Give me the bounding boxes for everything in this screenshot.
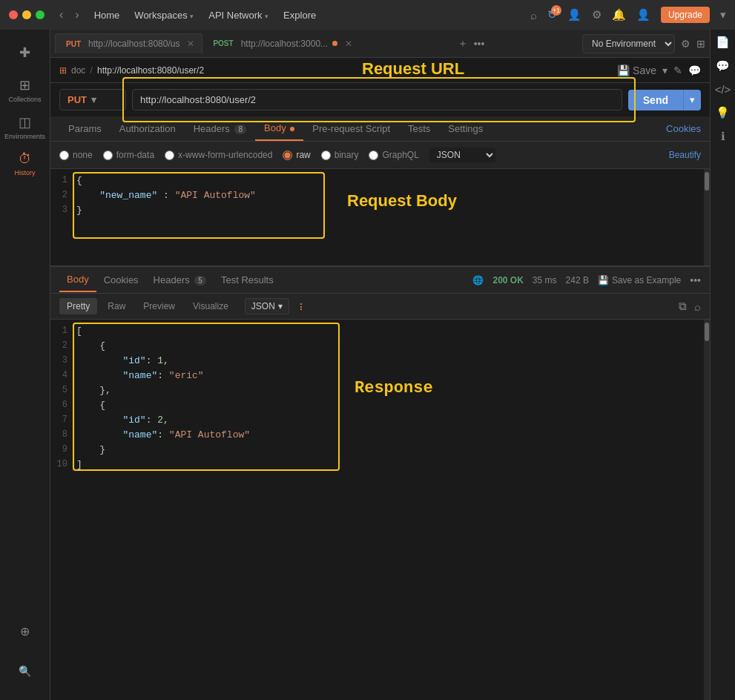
resp-line-9: 9 } xyxy=(50,444,710,459)
save-button[interactable]: 💾 Save xyxy=(617,65,656,76)
sidebar-item-history[interactable]: ⏱ History xyxy=(7,147,44,181)
right-panel-icon-5[interactable]: ℹ xyxy=(721,130,725,143)
response-tabs-bar: Body Cookies Headers 5 Test Results 🌐 20… xyxy=(50,265,710,294)
raw-tab[interactable]: Raw xyxy=(100,298,133,314)
close-button[interactable] xyxy=(9,10,18,19)
upgrade-button[interactable]: Upgrade xyxy=(661,7,710,23)
history-label: History xyxy=(14,169,35,176)
environment-select[interactable]: No Environment xyxy=(582,34,675,53)
body-option-urlencoded[interactable]: x-www-form-urlencoded xyxy=(165,150,272,160)
account-icon[interactable]: 👤 xyxy=(636,8,650,22)
request-tabs: Params Authorization Headers 8 Body Pre-… xyxy=(50,116,710,142)
send-dropdown-button[interactable]: ▾ xyxy=(683,90,701,110)
response-more-button[interactable]: ••• xyxy=(690,274,701,286)
edit-button[interactable]: ✎ xyxy=(673,65,682,76)
body-option-form-data[interactable]: form-data xyxy=(103,150,154,160)
body-option-none[interactable]: none xyxy=(59,150,93,160)
api-network-link[interactable]: API Network ▾ xyxy=(208,10,268,21)
save-dropdown-button[interactable]: ▾ xyxy=(662,65,668,76)
response-code-area[interactable]: Response 1 [ 2 { 3 "id": 1, 4 "name": xyxy=(50,320,710,700)
right-panel-icon-1[interactable]: 📄 xyxy=(716,36,730,49)
body-format-select[interactable]: JSON Text JavaScript HTML XML xyxy=(429,148,495,162)
breadcrumb-actions: 💾 Save ▾ ✎ 💬 xyxy=(617,65,701,76)
search-icon[interactable]: ⌕ xyxy=(530,9,537,22)
tab-method-put: PUT xyxy=(63,39,84,49)
tests-tab[interactable]: Tests xyxy=(399,117,439,140)
forward-button[interactable]: › xyxy=(72,7,82,23)
resp-line-4: 4 "name": "eric" xyxy=(50,370,710,385)
visualize-tab[interactable]: Visualize xyxy=(185,298,236,314)
minimize-button[interactable] xyxy=(22,10,31,19)
settings-tab[interactable]: Settings xyxy=(439,117,492,140)
search-response-button[interactable]: ⌕ xyxy=(694,300,701,313)
expand-icon[interactable]: ▾ xyxy=(720,8,726,22)
workspaces-link[interactable]: Workspaces ▾ xyxy=(134,10,194,21)
tab-url-post: http://localhost:3000... xyxy=(241,39,328,49)
add-user-icon[interactable]: 👤 xyxy=(567,8,581,22)
response-cookies-tab[interactable]: Cookies xyxy=(96,268,146,291)
more-tabs-button[interactable]: ••• xyxy=(474,37,485,50)
bell-icon[interactable]: 🔔 xyxy=(612,8,626,22)
tab-actions: ＋ ••• xyxy=(458,37,485,50)
params-tab[interactable]: Params xyxy=(59,117,111,140)
sidebar-item-collections[interactable]: ⊞ Collections xyxy=(7,73,44,107)
request-layout-button[interactable]: ⊞ xyxy=(696,38,705,50)
settings-icon[interactable]: ⚙ xyxy=(592,8,601,22)
response-headers-tab[interactable]: Headers 5 xyxy=(146,268,214,291)
beautify-button[interactable]: Beautify xyxy=(669,150,701,160)
authorization-tab[interactable]: Authorization xyxy=(111,117,185,140)
tab-bar: PUT http://localhost:8080/us ✕ POST http… xyxy=(50,30,710,58)
code-line-2: 2 "new_name" : "API Autoflow" xyxy=(50,190,710,205)
breadcrumb-doc: doc xyxy=(71,65,85,76)
tab-put-request[interactable]: PUT http://localhost:8080/us ✕ xyxy=(55,33,202,53)
response-scrollbar[interactable] xyxy=(704,320,710,700)
tab-close-post[interactable]: ✕ xyxy=(345,39,352,49)
prerequest-tab[interactable]: Pre-request Script xyxy=(303,117,399,140)
maximize-button[interactable] xyxy=(36,10,45,19)
right-panel-icon-3[interactable]: </> xyxy=(715,83,731,96)
environments-label: Environments xyxy=(4,133,45,140)
body-tab[interactable]: Body xyxy=(255,116,303,141)
response-test-results-tab[interactable]: Test Results xyxy=(214,268,281,291)
tab-close-put[interactable]: ✕ xyxy=(187,39,194,49)
response-size: 242 B xyxy=(566,275,589,285)
editor-scrollbar[interactable] xyxy=(704,169,710,265)
right-panel-icon-4[interactable]: 💡 xyxy=(716,106,730,119)
add-tab-button[interactable]: ＋ xyxy=(458,37,468,50)
preview-tab[interactable]: Preview xyxy=(136,298,182,314)
response-body-options: Pretty Raw Preview Visualize JSON ▾ ⫶ ⧉ … xyxy=(50,294,710,320)
sidebar-item-explorer[interactable]: ⊕ xyxy=(7,614,44,648)
right-panel-icon-2[interactable]: 💬 xyxy=(716,59,730,73)
resp-line-3: 3 "id": 1, xyxy=(50,355,710,370)
sync-icon[interactable]: ↻+1 xyxy=(547,8,557,22)
pretty-tab[interactable]: Pretty xyxy=(59,298,97,314)
back-button[interactable]: ‹ xyxy=(56,7,66,23)
save-example-label: Save as Example xyxy=(612,275,681,285)
sidebar-item-environments[interactable]: ◫ Environments xyxy=(7,110,44,144)
send-button[interactable]: Send xyxy=(628,90,683,110)
tab-post-request[interactable]: POST http://localhost:3000... ✕ xyxy=(202,34,360,53)
body-option-binary[interactable]: binary xyxy=(321,150,359,160)
home-link[interactable]: Home xyxy=(94,10,120,21)
body-option-raw[interactable]: raw xyxy=(283,150,310,160)
save-as-example-button[interactable]: 💾 Save as Example xyxy=(598,275,681,285)
comment-button[interactable]: 💬 xyxy=(688,65,701,76)
filter-lines-icon[interactable]: ⫶ xyxy=(298,300,303,312)
explore-link[interactable]: Explore xyxy=(283,10,316,21)
url-input[interactable] xyxy=(132,89,622,110)
sidebar-item-search[interactable]: 🔍 xyxy=(7,654,44,688)
cookies-link[interactable]: Cookies xyxy=(666,123,701,134)
response-body-tab[interactable]: Body xyxy=(59,268,96,292)
method-select[interactable]: PUT ▾ xyxy=(59,89,126,110)
tab-url-put: http://localhost:8080/us xyxy=(88,39,179,49)
format-arrow-icon: ▾ xyxy=(278,301,283,311)
copy-response-button[interactable]: ⧉ xyxy=(679,300,687,313)
headers-tab[interactable]: Headers 8 xyxy=(185,117,255,140)
explorer-icon: ⊕ xyxy=(20,624,30,638)
request-code-editor[interactable]: 1 { 2 "new_name" : "API Autoflow" 3 } xyxy=(50,169,710,265)
response-format-badge[interactable]: JSON ▾ xyxy=(245,298,289,314)
body-option-graphql[interactable]: GraphQL xyxy=(369,150,418,160)
resp-line-1: 1 [ xyxy=(50,326,710,340)
env-settings-button[interactable]: ⚙ xyxy=(681,38,690,50)
sidebar-item-new[interactable]: ✚ xyxy=(7,36,44,70)
